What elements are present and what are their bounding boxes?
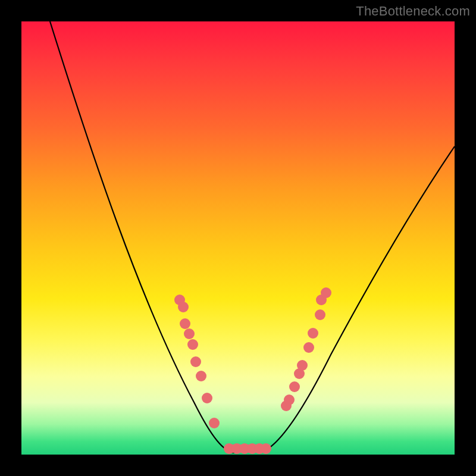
data-marker <box>190 356 201 367</box>
data-marker <box>196 371 206 381</box>
data-marker <box>284 394 295 405</box>
data-marker <box>316 295 327 305</box>
left-curve <box>50 21 234 453</box>
data-marker <box>224 443 234 454</box>
data-marker <box>294 368 305 379</box>
chart-svg <box>21 21 455 455</box>
data-marker <box>261 443 271 454</box>
data-marker <box>289 381 300 392</box>
data-marker <box>321 287 331 298</box>
right-curve <box>259 146 455 453</box>
data-marker <box>202 393 212 403</box>
markers-right <box>281 287 331 411</box>
data-marker <box>254 443 265 454</box>
data-marker <box>303 342 314 353</box>
data-marker <box>187 339 198 350</box>
data-marker <box>184 328 195 339</box>
markers-left <box>174 295 220 428</box>
data-marker <box>239 443 250 454</box>
data-marker <box>297 360 308 371</box>
data-marker <box>180 318 190 329</box>
data-marker <box>315 309 325 320</box>
data-marker <box>247 443 258 454</box>
data-marker <box>231 443 242 454</box>
chart-frame: TheBottleneck.com <box>0 0 476 476</box>
data-marker <box>308 328 318 339</box>
data-marker <box>174 295 185 305</box>
markers-bottom <box>224 443 271 454</box>
data-marker <box>209 418 220 428</box>
plot-area <box>21 21 455 455</box>
data-marker <box>178 302 189 312</box>
watermark-text: TheBottleneck.com <box>356 4 470 19</box>
data-marker <box>281 400 292 411</box>
